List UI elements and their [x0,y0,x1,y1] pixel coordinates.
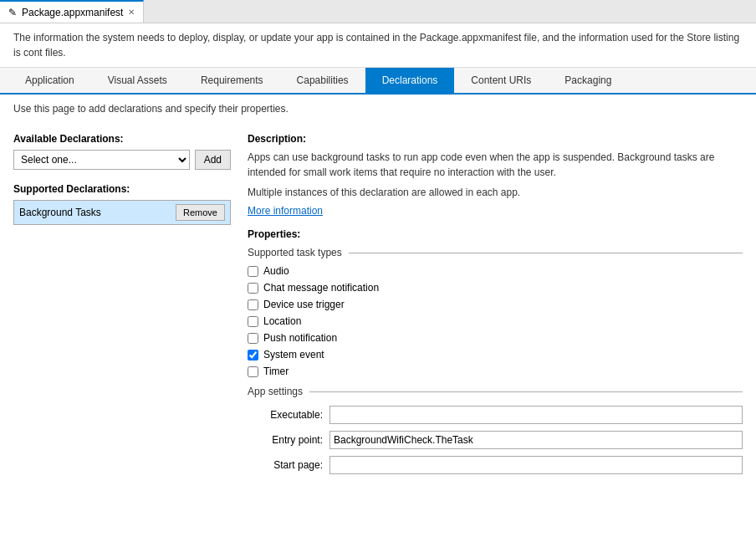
tab-modified-icon: ✎ [8,7,17,18]
supported-declarations-list: Background Tasks Remove [13,200,231,225]
start-page-label: Start page: [248,459,323,471]
executable-input[interactable] [329,406,743,424]
tab-capabilities[interactable]: Capabilities [280,68,365,93]
checkbox-device-label: Device use trigger [263,299,345,310]
checkbox-timer: Timer [248,366,743,377]
checkbox-chat-label: Chat message notification [263,282,379,294]
checkbox-timer-input[interactable] [248,366,258,377]
tab-application[interactable]: Application [8,68,91,93]
file-tab[interactable]: ✎ Package.appxmanifest ✕ [0,0,144,23]
more-information-link[interactable]: More information [248,205,323,217]
title-bar: ✎ Package.appxmanifest ✕ [0,0,756,23]
entry-point-label: Entry point: [248,434,323,446]
declarations-select[interactable]: Select one... [13,150,190,170]
description-text1: Apps can use background tasks to run app… [248,150,743,180]
app-settings-label: App settings [248,386,303,397]
tab-content-uris[interactable]: Content URIs [454,68,548,93]
checkbox-system-input[interactable] [248,350,258,361]
page-desc-text: Use this page to add declarations and sp… [13,103,289,115]
file-tab-label: Package.appxmanifest [22,7,123,18]
app-settings-divider: App settings [248,386,743,397]
entry-point-input[interactable] [329,431,743,449]
add-declaration-button[interactable]: Add [195,150,231,170]
checkbox-audio: Audio [248,265,743,277]
checkbox-chat-input[interactable] [248,283,258,294]
banner-text: The information the system needs to depl… [13,32,739,59]
checkbox-push-label: Push notification [263,332,337,344]
properties-title: Properties: [248,228,743,240]
checkbox-push-input[interactable] [248,333,258,344]
checkbox-system-label: System event [263,349,324,361]
description-title: Description: [248,133,743,145]
info-banner: The information the system needs to depl… [0,23,756,68]
right-panel: Description: Apps can use background tas… [248,133,743,531]
supported-item-label: Background Tasks [19,207,101,218]
start-page-row: Start page: [248,456,743,474]
executable-row: Executable: [248,406,743,424]
checkbox-device-use: Device use trigger [248,299,743,310]
checkbox-push-notification: Push notification [248,332,743,344]
main-content: Available Declarations: Select one... Ad… [0,123,756,537]
checkbox-location-input[interactable] [248,316,258,327]
nav-tabs: Application Visual Assets Requirements C… [0,68,756,95]
tab-declarations[interactable]: Declarations [365,68,455,93]
checkbox-audio-input[interactable] [248,266,258,277]
available-declarations-row: Select one... Add [13,150,231,170]
checkbox-device-input[interactable] [248,299,258,310]
checkbox-location: Location [248,315,743,327]
task-types-label: Supported task types [248,247,342,258]
checkbox-chat-message: Chat message notification [248,282,743,294]
tab-packaging[interactable]: Packaging [548,68,628,93]
available-declarations-label: Available Declarations: [13,133,231,145]
close-icon[interactable]: ✕ [128,8,135,17]
entry-point-row: Entry point: [248,431,743,449]
checkbox-audio-label: Audio [263,265,289,277]
checkbox-timer-label: Timer [263,366,289,377]
description-text2: Multiple instances of this declaration a… [248,185,743,200]
checkbox-system-event: System event [248,349,743,361]
tab-visual-assets[interactable]: Visual Assets [91,68,184,93]
page-description: Use this page to add declarations and sp… [0,95,756,123]
supported-item-background-tasks[interactable]: Background Tasks Remove [14,201,230,224]
left-panel: Available Declarations: Select one... Ad… [13,133,231,531]
remove-button[interactable]: Remove [176,204,225,221]
task-types-divider: Supported task types [248,247,743,258]
tab-requirements[interactable]: Requirements [184,68,280,93]
supported-declarations-label: Supported Declarations: [13,183,231,195]
executable-label: Executable: [248,409,323,421]
checkbox-location-label: Location [263,315,301,327]
start-page-input[interactable] [329,456,743,474]
